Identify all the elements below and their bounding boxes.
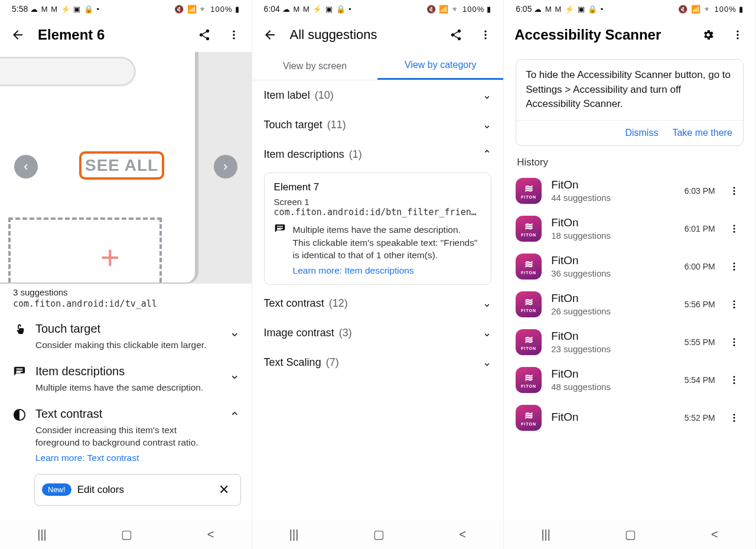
- history-row[interactable]: ≋FITONFitOn5:52 PM: [504, 399, 755, 437]
- resource-id: com.fiton.android:id/tv_all: [0, 298, 252, 314]
- svg-point-15: [733, 231, 735, 233]
- learn-more-link[interactable]: Learn more: Text contrast: [35, 453, 139, 463]
- system-nav-bar: ||| ▢ <: [0, 519, 252, 549]
- settings-button[interactable]: [699, 25, 718, 44]
- system-nav-bar: ||| ▢ <: [252, 519, 504, 549]
- svg-point-19: [733, 300, 735, 302]
- category-count: (10): [315, 89, 334, 102]
- suggestion-title: Text contrast: [35, 407, 221, 421]
- learn-more-link[interactable]: Learn more: Item descriptions: [293, 265, 414, 276]
- svg-point-7: [737, 31, 738, 33]
- category-text-contrast[interactable]: Text contrast (12) ⌄: [252, 288, 504, 318]
- status-notification-icons: ☁ M M ⚡ ▣ 🔒 •: [282, 5, 352, 14]
- gear-icon: [702, 28, 715, 41]
- history-more-button[interactable]: [725, 219, 744, 238]
- svg-point-27: [733, 382, 735, 384]
- home-button[interactable]: ▢: [625, 527, 636, 541]
- history-row[interactable]: ≋FITONFitOn26 suggestions5:56 PM: [504, 285, 755, 323]
- appbar-title: All suggestions: [290, 27, 436, 43]
- edit-colors-card[interactable]: New! Edit colors ✕: [34, 474, 241, 506]
- share-button[interactable]: [195, 25, 214, 44]
- status-battery: 100%: [462, 5, 484, 14]
- history-more-button[interactable]: [725, 371, 744, 389]
- more-button[interactable]: [728, 25, 747, 44]
- svg-point-17: [733, 265, 735, 267]
- history-more-button[interactable]: [725, 181, 744, 200]
- back-nav-button[interactable]: <: [459, 528, 466, 541]
- recents-button[interactable]: |||: [289, 528, 299, 541]
- status-bar: 6:05 ☁ M M ⚡ ▣ 🔒 • 🔇 📶 ᯤ 100% ▮: [504, 0, 755, 18]
- more-button[interactable]: [476, 25, 495, 44]
- card-text-line1: Multiple items have the same description…: [293, 223, 482, 236]
- status-bar: 5:58 ☁ M M ⚡ ▣ 🔒 • 🔇 📶 ᯤ 100% ▮: [0, 0, 252, 18]
- svg-point-11: [733, 190, 735, 191]
- card-screen: Screen 1: [274, 197, 482, 207]
- history-app-name: FitOn: [551, 254, 674, 267]
- tab-view-by-category[interactable]: View by category: [377, 52, 503, 80]
- status-time: 5:58: [12, 4, 28, 14]
- history-row[interactable]: ≋FITONFitOn48 suggestions5:54 PM: [504, 361, 755, 399]
- dismiss-button[interactable]: Dismiss: [625, 128, 658, 138]
- preview-next-button[interactable]: ›: [214, 155, 237, 178]
- screen-all-suggestions: 6:04 ☁ M M ⚡ ▣ 🔒 • 🔇 📶 ᯤ 100% ▮ All sugg…: [252, 0, 504, 549]
- svg-point-23: [733, 341, 735, 343]
- recents-button[interactable]: |||: [37, 528, 47, 541]
- more-vert-icon: [729, 412, 739, 423]
- share-button[interactable]: [447, 25, 465, 44]
- back-button[interactable]: [260, 25, 279, 44]
- contrast-icon: [12, 407, 27, 424]
- svg-point-16: [733, 262, 735, 264]
- history-row[interactable]: ≋FITONFitOn44 suggestions6:03 PM: [504, 172, 755, 210]
- category-item-label[interactable]: Item label (10) ⌄: [252, 80, 504, 110]
- take-me-there-button[interactable]: Take me there: [672, 128, 732, 138]
- recents-button[interactable]: |||: [541, 528, 550, 541]
- svg-point-18: [733, 269, 735, 271]
- svg-point-4: [485, 31, 487, 33]
- category-text-scaling[interactable]: Text Scaling (7) ⌄: [252, 347, 504, 377]
- back-nav-button[interactable]: <: [207, 528, 214, 541]
- suggestion-touch-target[interactable]: Touch target Consider making this clicka…: [0, 314, 252, 356]
- appbar-title: Accessibility Scanner: [514, 27, 688, 43]
- suggestion-item-descriptions[interactable]: Item descriptions Multiple items have th…: [0, 356, 252, 399]
- back-button[interactable]: [8, 25, 27, 44]
- home-button[interactable]: ▢: [373, 527, 384, 541]
- chevron-down-icon: ⌄: [483, 297, 491, 310]
- app-icon: ≋FITON: [516, 291, 542, 317]
- history-more-button[interactable]: [725, 408, 744, 427]
- back-nav-button[interactable]: <: [711, 528, 718, 541]
- history-row[interactable]: ≋FITONFitOn36 suggestions6:00 PM: [504, 248, 755, 285]
- preview-prev-button[interactable]: ‹: [14, 155, 38, 178]
- history-suggestions: 23 suggestions: [551, 344, 674, 354]
- history-suggestions: 26 suggestions: [551, 306, 674, 316]
- status-notification-icons: ☁ M M ⚡ ▣ 🔒 •: [30, 5, 100, 14]
- suggestion-text-contrast[interactable]: Text contrast Consider increasing this i…: [0, 399, 252, 468]
- more-vert-icon: [729, 299, 739, 310]
- history-suggestions: 44 suggestions: [551, 193, 674, 203]
- history-row[interactable]: ≋FITONFitOn18 suggestions6:01 PM: [504, 210, 755, 248]
- suggestions-count: 3 suggestions: [0, 284, 252, 298]
- share-icon: [449, 28, 462, 41]
- category-label: Text Scaling: [264, 356, 321, 369]
- history-app-name: FitOn: [551, 368, 674, 381]
- battery-icon: ▮: [235, 5, 240, 14]
- history-row[interactable]: ≋FITONFitOn23 suggestions5:55 PM: [504, 323, 755, 361]
- category-touch-target[interactable]: Touch target (11) ⌄: [252, 110, 504, 139]
- history-time: 5:52 PM: [685, 413, 715, 423]
- svg-point-24: [733, 345, 735, 346]
- category-item-descriptions[interactable]: Item descriptions (1) ⌃: [252, 139, 504, 169]
- home-button[interactable]: ▢: [121, 527, 132, 541]
- category-image-contrast[interactable]: Image contrast (3) ⌄: [252, 318, 504, 347]
- history-more-button[interactable]: [725, 295, 744, 314]
- history-time: 5:54 PM: [685, 375, 715, 385]
- svg-point-0: [233, 31, 234, 33]
- suggestion-card[interactable]: Element 7 Screen 1 com.fiton.android:id/…: [264, 173, 492, 285]
- edit-colors-label: Edit colors: [77, 484, 208, 496]
- category-label: Item label: [264, 89, 310, 102]
- more-button[interactable]: [224, 25, 243, 44]
- history-more-button[interactable]: [725, 333, 744, 352]
- app-icon: ≋FITON: [516, 367, 542, 393]
- tab-view-by-screen[interactable]: View by screen: [252, 52, 378, 80]
- close-button[interactable]: ✕: [214, 480, 233, 499]
- history-suggestions: 18 suggestions: [551, 230, 674, 241]
- history-more-button[interactable]: [725, 257, 744, 276]
